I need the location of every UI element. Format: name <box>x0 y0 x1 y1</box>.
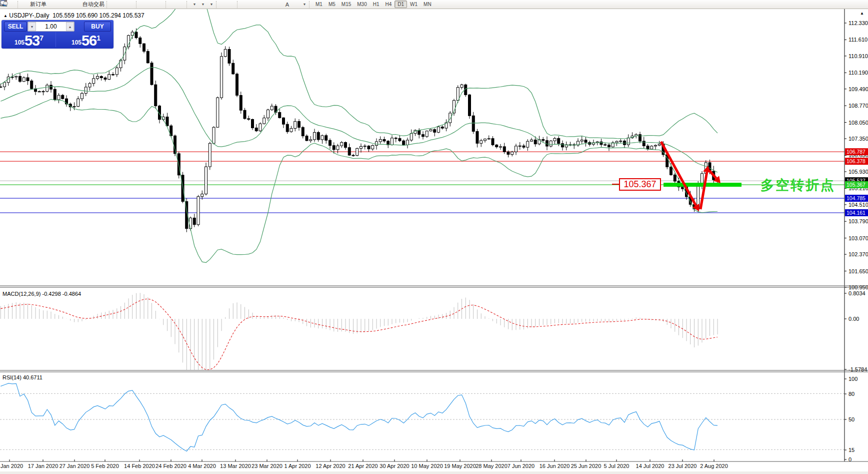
macd-axis-label: 0.8034 <box>848 290 866 296</box>
tab-timeframe-m30[interactable]: M30 <box>354 1 370 8</box>
macd-indicator-label: MACD(12,26,9) -0.4298 -0.4864 <box>2 291 81 297</box>
chart-profile-icon[interactable] <box>8 1 17 8</box>
toolbar-separator <box>309 1 312 8</box>
date-label: 14 Jul 2020 <box>636 463 664 469</box>
tab-timeframe-d1[interactable]: D1 <box>394 1 407 8</box>
chart-shift-icon[interactable] <box>178 1 186 8</box>
sell-button[interactable]: SELL <box>4 22 27 32</box>
axis-tick-label: 110.910 <box>848 53 868 59</box>
macd-axis-label: 0.00 <box>848 316 859 322</box>
sell-price-pips: 53 <box>24 34 40 47</box>
date-label: 27 Jan 2020 <box>60 463 90 469</box>
scroll-marker-icon[interactable]: ▲ <box>860 11 864 16</box>
rsi-axis-label: 100 <box>848 376 858 382</box>
metaeditor-icon[interactable] <box>48 1 56 8</box>
price-tag-label: 104.785 <box>846 195 866 201</box>
axis-tick-label: 111.610 <box>848 37 868 43</box>
new-order-label[interactable]: 新订单 <box>30 1 48 8</box>
terminal-window: 新订单 自动交易 <box>0 0 868 474</box>
chat-icon[interactable] <box>856 1 865 8</box>
community-icon[interactable] <box>56 1 65 8</box>
search-icon[interactable] <box>848 1 856 8</box>
new-order-button[interactable] <box>21 1 30 8</box>
highlight-level-bar[interactable] <box>664 183 742 187</box>
auto-scroll-icon[interactable] <box>169 1 178 8</box>
toolbar: 新订单 自动交易 <box>0 0 868 9</box>
zoom-out-icon[interactable] <box>148 1 156 8</box>
price-tag-label: 104.161 <box>846 210 866 216</box>
autotrading-button[interactable] <box>74 1 82 8</box>
periods-icon[interactable]: ▼ <box>198 1 207 8</box>
line-chart-icon[interactable] <box>127 1 136 8</box>
fibonacci-icon[interactable]: F <box>274 1 283 8</box>
rsi-axis-label: 15 <box>848 447 854 453</box>
time-axis[interactable]: 8 Jan 202017 Jan 202027 Jan 20205 Feb 20… <box>0 459 728 469</box>
axis-tick-label: 108.770 <box>848 103 868 109</box>
tab-timeframe-m5[interactable]: M5 <box>326 1 338 8</box>
axis-tick-label: 103.070 <box>848 235 868 241</box>
rsi-axis-label: 50 <box>848 416 854 422</box>
date-label: 25 Jun 2020 <box>571 463 602 469</box>
candles-chart-icon[interactable] <box>118 1 127 8</box>
turning-point-annotation[interactable]: 多空转折点 <box>760 176 836 194</box>
volume-increase-button[interactable]: ▲ <box>66 22 74 31</box>
bars-chart-icon[interactable] <box>110 1 118 8</box>
rsi-indicator-label: RSI(14) 40.6711 <box>2 374 42 380</box>
date-label: 1 Apr 2020 <box>284 463 310 469</box>
crosshair-icon[interactable] <box>228 1 236 8</box>
tab-timeframe-h1[interactable]: H1 <box>370 1 382 8</box>
horizontal-line-icon[interactable] <box>249 1 258 8</box>
volume-input[interactable]: 1.00 <box>36 23 66 30</box>
date-label: 16 Jun 2020 <box>540 463 570 469</box>
trendline-icon[interactable] <box>258 1 266 8</box>
buy-price[interactable]: 105 56 1 <box>60 32 112 47</box>
tab-timeframe-mn[interactable]: MN <box>420 1 434 8</box>
rsi-axis-label: 80 <box>848 391 854 397</box>
indicators-icon[interactable]: ▼ <box>207 1 216 8</box>
candles-layer <box>0 29 719 232</box>
date-label: 28 May 2020 <box>476 463 508 469</box>
volume-stepper: ▼ 1.00 ▲ <box>28 22 74 32</box>
autotrading-label[interactable]: 自动交易 <box>82 1 106 8</box>
text-label-icon[interactable]: T <box>292 1 300 8</box>
chart-title: ▲ USDJPY-,Daily 105.559 105.690 105.294 … <box>4 12 144 19</box>
one-click-trading-panel: SELL ▼ 1.00 ▲ BUY 105 53 7 105 56 1 <box>2 20 114 49</box>
tab-timeframe-m15[interactable]: M15 <box>338 1 354 8</box>
zoom-in-icon[interactable] <box>140 1 148 8</box>
chart-ohlc-values: 105.559 105.690 105.294 105.537 <box>52 12 144 19</box>
sell-price[interactable]: 105 53 7 <box>2 32 56 47</box>
signals-icon[interactable] <box>65 1 74 8</box>
macd-signal-line <box>0 299 718 370</box>
axis-tick-label: 110.190 <box>848 70 868 76</box>
vertical-line-icon[interactable] <box>240 1 249 8</box>
sell-price-point: 7 <box>40 34 44 42</box>
buy-price-point: 1 <box>96 34 100 42</box>
toolbar-separator <box>136 1 139 8</box>
axis-tick-label: 104.510 <box>848 202 868 208</box>
date-label: 17 Jan 2020 <box>28 463 58 469</box>
price-tag-label: 105.367 <box>846 182 866 188</box>
new-chart-icon[interactable]: ▼ <box>190 1 198 8</box>
chart-canvas[interactable]: 112.330111.610110.910110.190109.490108.7… <box>0 0 868 474</box>
date-label: 7 Jun 2020 <box>508 463 534 469</box>
tab-timeframe-m1[interactable]: M1 <box>312 1 326 8</box>
tile-windows-icon[interactable] <box>156 1 165 8</box>
tab-timeframe-w1[interactable]: W1 <box>407 1 420 8</box>
price-tag-label: 106.787 <box>846 149 866 155</box>
cursor-icon[interactable] <box>220 1 228 8</box>
price-tag-label: 106.378 <box>846 158 866 164</box>
equidistant-channel-icon[interactable]: E <box>266 1 274 8</box>
date-label: 14 Feb 2020 <box>124 463 155 469</box>
price-annotation-box[interactable]: 105.367 <box>619 178 661 191</box>
axis-tick-label: 109.490 <box>848 86 868 92</box>
date-label: 30 Apr 2020 <box>380 463 409 469</box>
buy-button[interactable]: BUY <box>84 22 111 32</box>
tab-timeframe-h4[interactable]: H4 <box>382 1 395 8</box>
date-label: 24 Feb 2020 <box>156 463 186 469</box>
arrows-icon[interactable]: ▼ <box>300 1 308 8</box>
symbol-marker-icon: ▲ <box>4 14 8 18</box>
volume-decrease-button[interactable]: ▼ <box>28 22 36 31</box>
date-label: 5 Feb 2020 <box>91 463 119 469</box>
date-label: 13 Mar 2020 <box>220 463 251 469</box>
text-icon[interactable]: A <box>283 1 292 8</box>
